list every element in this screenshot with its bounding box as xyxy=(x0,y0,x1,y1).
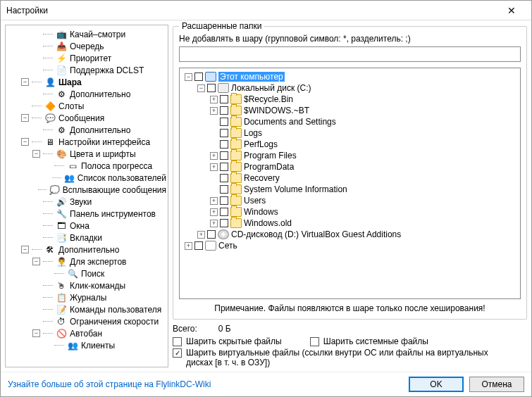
checkbox-icon[interactable] xyxy=(220,196,228,205)
cb-hidden-files-row[interactable]: Шарить скрытые файлы xyxy=(173,336,282,346)
checkbox-icon[interactable] xyxy=(220,208,228,216)
settings-tree-panel[interactable]: 📺Качай–смотри📥Очередь⚡Приоритет📄Поддержк… xyxy=(5,25,168,367)
cancel-button[interactable]: Отмена xyxy=(469,377,524,392)
folder-row[interactable]: +Windows xyxy=(183,206,517,218)
tree-item[interactable]: 📄Поддержка DCLST xyxy=(7,64,166,76)
tree-item[interactable]: −🖥Настройки интерфейса xyxy=(7,136,166,148)
collapse-icon[interactable]: − xyxy=(32,258,40,265)
checkbox-icon[interactable] xyxy=(194,241,203,250)
tree-item[interactable]: 🗔Окна xyxy=(7,220,166,232)
folder-label: Logs xyxy=(244,128,262,138)
collapse-icon[interactable]: − xyxy=(32,150,40,158)
tree-item[interactable]: 📺Качай–смотри xyxy=(7,28,166,40)
folder-row[interactable]: +ProgramData xyxy=(183,161,517,172)
close-icon[interactable]: ✕ xyxy=(497,5,526,16)
tree-item[interactable]: 👥Список пользователей xyxy=(7,172,166,184)
collapse-icon[interactable]: − xyxy=(185,73,192,81)
tree-item[interactable]: 💭Всплывающие сообщения xyxy=(7,184,166,196)
expand-icon[interactable]: + xyxy=(210,208,218,216)
tree-item[interactable]: −🚫Автобан xyxy=(7,327,166,339)
collapse-icon[interactable]: − xyxy=(21,114,29,122)
folder-label: ProgramData xyxy=(244,162,294,172)
checkbox-icon[interactable] xyxy=(220,106,228,115)
tree-item[interactable]: 🔊Звуки xyxy=(7,196,166,208)
folder-icon xyxy=(230,184,242,194)
folder-tree-panel[interactable]: −Этот компьютер−Локальный диск (C:)+$Rec… xyxy=(179,68,521,299)
checkbox-icon[interactable] xyxy=(207,230,216,239)
checkbox-icon[interactable] xyxy=(220,118,228,126)
folder-row[interactable]: +Program Files xyxy=(183,150,517,161)
ok-button[interactable]: OK xyxy=(409,377,464,392)
item-label: Клик-команды xyxy=(70,281,125,291)
collapse-icon[interactable]: − xyxy=(21,138,29,146)
item-icon: 🔊 xyxy=(56,196,67,208)
folder-row[interactable]: −Этот компьютер xyxy=(183,71,517,82)
tree-item[interactable]: 🔶Слоты xyxy=(7,100,166,112)
folder-row[interactable]: PerfLogs xyxy=(183,139,517,150)
cb-system-files-row[interactable]: Шарить системные файлы xyxy=(310,336,428,346)
item-icon: 🔧 xyxy=(56,208,67,220)
collapse-icon[interactable]: − xyxy=(21,246,29,253)
folder-row[interactable]: Documents and Settings xyxy=(183,116,517,127)
tree-item[interactable]: −🎨Цвета и шрифты xyxy=(7,148,166,160)
tree-item[interactable]: ▭Полоса прогресса xyxy=(7,160,166,172)
tree-item[interactable]: ⏱Ограничения скорости xyxy=(7,315,166,327)
expand-icon[interactable]: + xyxy=(185,242,192,250)
tree-item[interactable]: ⚡Приоритет xyxy=(7,52,166,64)
expand-icon[interactable]: + xyxy=(210,197,218,205)
folder-row[interactable]: +CD-дисковод (D:) VirtualBox Guest Addit… xyxy=(183,229,517,240)
expand-icon[interactable]: + xyxy=(210,152,218,160)
checkbox-icon[interactable] xyxy=(220,174,228,182)
tree-item[interactable]: 📋Журналы xyxy=(7,291,166,303)
folder-row[interactable]: System Volume Information xyxy=(183,184,517,195)
folder-label: Program Files xyxy=(244,151,297,160)
expand-icon[interactable]: + xyxy=(210,220,218,227)
collapse-icon[interactable]: − xyxy=(21,78,29,86)
item-icon: 🎨 xyxy=(56,149,67,160)
tree-item[interactable]: 🖱Клик-команды xyxy=(7,279,166,291)
checkbox-icon[interactable] xyxy=(220,95,228,103)
totals-value: 0 Б xyxy=(218,324,231,334)
tree-item[interactable]: 📥Очередь xyxy=(7,40,166,52)
tree-item[interactable]: 🔧Панель инструментов xyxy=(7,208,166,220)
item-label: Звуки xyxy=(70,197,92,207)
cb-virtual-files-row[interactable]: ✓ Шарить виртуальные файлы (ссылки внутр… xyxy=(173,348,527,367)
checkbox-icon[interactable] xyxy=(220,129,228,137)
tree-item[interactable]: 📑Вкладки xyxy=(7,232,166,244)
folder-row[interactable]: +Users xyxy=(183,195,517,206)
folder-row[interactable]: +Сеть xyxy=(183,240,517,251)
checkbox-icon[interactable] xyxy=(220,219,228,227)
folder-row[interactable]: +$Recycle.Bin xyxy=(183,94,517,105)
tree-item[interactable]: ⚙Дополнительно xyxy=(7,124,166,136)
tree-item[interactable]: −👤Шара xyxy=(7,76,166,88)
tree-item[interactable]: 👥Клиенты xyxy=(7,339,166,351)
checkbox-icon[interactable] xyxy=(194,73,203,81)
checkbox-icon[interactable] xyxy=(220,163,228,171)
checkbox-icon[interactable] xyxy=(220,140,228,149)
checkbox-icon[interactable] xyxy=(220,151,228,160)
expand-icon[interactable]: + xyxy=(210,107,218,115)
folder-row[interactable]: +$WINDOWS.~BT xyxy=(183,105,517,116)
folder-row[interactable]: −Локальный диск (C:) xyxy=(183,82,517,94)
right-panel: Расшаренные папки Не добавлять в шару (г… xyxy=(173,25,527,367)
exclude-input[interactable] xyxy=(179,46,521,62)
collapse-icon[interactable]: − xyxy=(197,84,205,92)
tree-item[interactable]: −💬Сообщения xyxy=(7,112,166,124)
tree-item[interactable]: −🛠Дополнительно xyxy=(7,244,166,256)
tree-item[interactable]: 🔍Поиск xyxy=(7,267,166,279)
item-label: Дополнительно xyxy=(58,245,119,255)
tree-item[interactable]: 📝Команды пользователя xyxy=(7,303,166,315)
wiki-link[interactable]: Узнайте больше об этой странице на Flyli… xyxy=(8,379,403,389)
cb-system-label: Шарить системные файлы xyxy=(323,336,428,346)
tree-item[interactable]: −👨‍💼Для экспертов xyxy=(7,256,166,267)
folder-row[interactable]: Recovery xyxy=(183,172,517,184)
checkbox-icon[interactable] xyxy=(220,185,228,194)
folder-row[interactable]: +Windows.old xyxy=(183,218,517,229)
expand-icon[interactable]: + xyxy=(210,163,218,171)
collapse-icon[interactable]: − xyxy=(32,329,40,337)
checkbox-icon[interactable] xyxy=(207,84,216,92)
tree-item[interactable]: ⚙Дополнительно xyxy=(7,88,166,100)
folder-row[interactable]: Logs xyxy=(183,127,517,139)
expand-icon[interactable]: + xyxy=(197,231,205,239)
expand-icon[interactable]: + xyxy=(210,96,218,103)
